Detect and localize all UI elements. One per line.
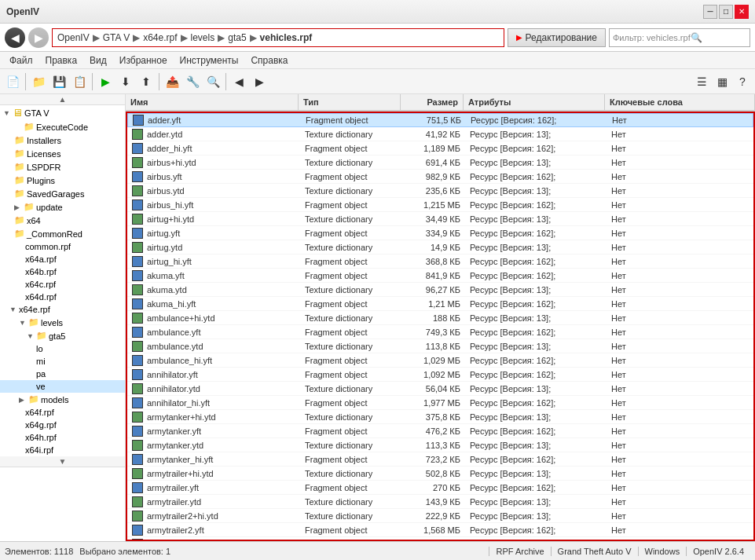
table-row[interactable]: airbus.ytd Texture dictionary 235,6 КБ Р…: [127, 184, 753, 198]
menu-favorites[interactable]: Избранное: [113, 53, 174, 68]
sidebar-item-x64f[interactable]: x64f.rpf: [0, 406, 125, 419]
table-row[interactable]: akuma_hi.yft Fragment object 1,21 МБ Рес…: [127, 297, 753, 311]
col-header-size[interactable]: Размер: [401, 94, 464, 110]
col-header-name[interactable]: Имя: [126, 94, 299, 110]
table-row[interactable]: airtug_hi.yft Fragment object 368,8 КБ Р…: [127, 254, 753, 269]
tb-view-list-button[interactable]: ☰: [692, 72, 711, 91]
col-header-keys[interactable]: Ключевые слова: [605, 94, 755, 110]
sidebar-item-x64a[interactable]: x64a.rpf: [0, 253, 125, 265]
table-row[interactable]: armytrailer+hi.ytd Texture dictionary 50…: [127, 467, 753, 481]
sidebar-item-executecode[interactable]: 📁 ExecuteCode: [0, 120, 125, 134]
table-row[interactable]: adder.yft Fragment object 751,5 КБ Ресур…: [127, 113, 753, 127]
table-row[interactable]: airbus_hi.yft Fragment object 1,215 МБ Р…: [127, 198, 753, 212]
col-header-attrs[interactable]: Атрибуты: [464, 94, 605, 110]
sidebar-item-savedgarages[interactable]: 📁 SavedGarages: [0, 187, 125, 200]
table-row[interactable]: armytanker_hi.yft Fragment object 723,2 …: [127, 452, 753, 467]
tb-play-button[interactable]: ▶: [96, 72, 115, 91]
table-row[interactable]: annihilator.yft Fragment object 1,092 МБ…: [127, 368, 753, 382]
search-icon[interactable]: 🔍: [691, 32, 702, 43]
table-row[interactable]: armytrailer.yft Fragment object 270 КБ Р…: [127, 481, 753, 495]
tb-search-button[interactable]: 🔍: [203, 72, 222, 91]
sidebar-item-plugins[interactable]: 📁 Plugins: [0, 174, 125, 187]
tb-help-button[interactable]: ?: [733, 72, 752, 91]
breadcrumb-vehicles[interactable]: vehicles.rpf: [260, 32, 313, 43]
maximize-button[interactable]: □: [719, 5, 733, 19]
table-row[interactable]: ambulance_hi.yft Fragment object 1,029 М…: [127, 353, 753, 368]
sidebar-item-x64g[interactable]: x64g.rpf: [0, 419, 125, 431]
breadcrumb-x64e[interactable]: x64e.rpf: [143, 32, 177, 43]
sidebar-item-update[interactable]: ▶ 📁 update: [0, 200, 125, 214]
sidebar-item-x64b[interactable]: x64b.rpf: [0, 265, 125, 278]
sidebar-item-gta5[interactable]: ▼ 📁 gta5: [0, 329, 125, 342]
table-row[interactable]: armytanker.ytd Texture dictionary 113,3 …: [127, 438, 753, 452]
tb-rebuild-button[interactable]: 🔧: [183, 72, 202, 91]
tb-next-button[interactable]: ▶: [250, 72, 269, 91]
menu-file[interactable]: Файл: [3, 53, 39, 68]
breadcrumb-levels[interactable]: levels: [191, 32, 215, 43]
table-row[interactable]: adder.ytd Texture dictionary 41,92 КБ Ре…: [127, 127, 753, 141]
edit-button[interactable]: ▶ Редактирование: [508, 28, 606, 47]
table-row[interactable]: airtug.yft Fragment object 334,9 КБ Ресу…: [127, 226, 753, 240]
col-header-type[interactable]: Тип: [299, 94, 401, 110]
table-row[interactable]: adder_hi.yft Fragment object 1,189 МБ Ре…: [127, 141, 753, 156]
sidebar-label: _CommonRed: [27, 229, 82, 239]
breadcrumb-gta5[interactable]: gta5: [228, 32, 246, 43]
table-row[interactable]: armytrailer2.ytd Texture dictionary 112,…: [127, 537, 753, 541]
sidebar-item-lo[interactable]: lo: [0, 342, 125, 355]
tb-prev-button[interactable]: ◀: [229, 72, 248, 91]
tb-copy-button[interactable]: 📋: [70, 72, 89, 91]
tb-import-button[interactable]: ⬇: [116, 72, 135, 91]
sidebar-item-commonred[interactable]: 📁 _CommonRed: [0, 227, 125, 240]
menu-view[interactable]: Вид: [83, 53, 113, 68]
tb-open-button[interactable]: 📁: [29, 72, 48, 91]
table-row[interactable]: armytrailer2+hi.ytd Texture dictionary 2…: [127, 509, 753, 523]
tb-new-button[interactable]: 📄: [3, 72, 22, 91]
menu-tools[interactable]: Инструменты: [174, 53, 245, 68]
sidebar-item-lspdfr[interactable]: 📁 LSPDFR: [0, 160, 125, 174]
sidebar-scroll-down[interactable]: ▼: [0, 456, 125, 467]
sidebar-item-x64e[interactable]: ▼ x64e.rpf: [0, 303, 125, 316]
table-row[interactable]: armytrailer.ytd Texture dictionary 143,9…: [127, 495, 753, 509]
sidebar-item-mi[interactable]: mi: [0, 355, 125, 368]
table-row[interactable]: armytanker.yft Fragment object 476,2 КБ …: [127, 424, 753, 438]
menu-edit[interactable]: Правка: [39, 53, 84, 68]
back-button[interactable]: ◀: [5, 27, 25, 48]
table-row[interactable]: airbus.yft Fragment object 982,9 КБ Ресу…: [127, 170, 753, 184]
table-row[interactable]: airtug+hi.ytd Texture dictionary 34,49 К…: [127, 212, 753, 226]
tb-extract-button[interactable]: 📤: [163, 72, 181, 91]
sidebar-item-x64d[interactable]: x64d.rpf: [0, 291, 125, 303]
sidebar-item-models[interactable]: ▶ 📁 models: [0, 393, 125, 406]
sidebar-item-gtav[interactable]: ▼ 🖥 GTA V: [0, 105, 125, 120]
sidebar-item-ve[interactable]: ve: [0, 380, 125, 393]
forward-button[interactable]: ▶: [28, 27, 49, 48]
table-row[interactable]: ambulance.yft Fragment object 749,3 КБ Р…: [127, 325, 753, 339]
tb-view-detail-button[interactable]: ▦: [713, 72, 731, 91]
table-row[interactable]: armytanker+hi.ytd Texture dictionary 375…: [127, 410, 753, 424]
table-row[interactable]: ambulance.ytd Texture dictionary 113,8 К…: [127, 339, 753, 353]
menu-help[interactable]: Справка: [244, 53, 294, 68]
table-row[interactable]: airbus+hi.ytd Texture dictionary 691,4 К…: [127, 156, 753, 170]
sidebar-item-licenses[interactable]: 📁 Licenses: [0, 147, 125, 160]
table-row[interactable]: akuma.yft Fragment object 841,9 КБ Ресур…: [127, 269, 753, 283]
minimize-button[interactable]: ─: [703, 5, 717, 19]
table-row[interactable]: armytrailer2.yft Fragment object 1,568 М…: [127, 523, 753, 537]
sidebar-item-x64[interactable]: 📁 x64: [0, 214, 125, 227]
table-row[interactable]: airtug.ytd Texture dictionary 14,9 КБ Ре…: [127, 240, 753, 254]
sidebar-item-x64i[interactable]: x64i.rpf: [0, 444, 125, 456]
breadcrumb-openiv[interactable]: OpenIV: [57, 32, 90, 43]
table-row[interactable]: annihilator.ytd Texture dictionary 56,04…: [127, 382, 753, 396]
close-button[interactable]: ✕: [735, 5, 749, 19]
breadcrumb-gtav[interactable]: GTA V: [103, 32, 130, 43]
table-row[interactable]: annihilator_hi.yft Fragment object 1,977…: [127, 396, 753, 410]
tb-save-button[interactable]: 💾: [49, 72, 68, 91]
sidebar-scroll-up[interactable]: ▲: [0, 94, 125, 105]
sidebar-item-commonrpf[interactable]: common.rpf: [0, 240, 125, 253]
sidebar-item-x64h[interactable]: x64h.rpf: [0, 431, 125, 444]
sidebar-item-installers[interactable]: 📁 Installers: [0, 134, 125, 147]
sidebar-item-x64c[interactable]: x64c.rpf: [0, 278, 125, 291]
tb-export-button[interactable]: ⬆: [137, 72, 156, 91]
table-row[interactable]: ambulance+hi.ytd Texture dictionary 188 …: [127, 311, 753, 325]
table-row[interactable]: akuma.ytd Texture dictionary 96,27 КБ Ре…: [127, 283, 753, 297]
sidebar-item-pa[interactable]: pa: [0, 368, 125, 380]
sidebar-item-levels[interactable]: ▼ 📁 levels: [0, 316, 125, 329]
